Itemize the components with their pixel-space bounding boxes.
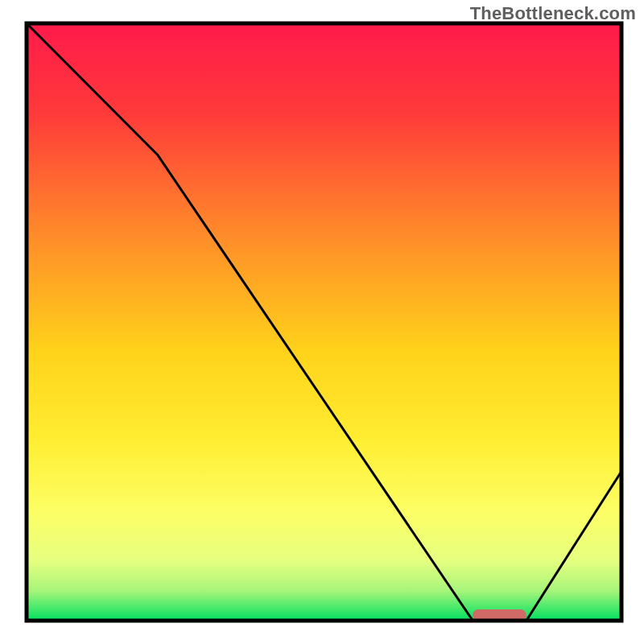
bottleneck-chart xyxy=(0,0,644,644)
chart-container: TheBottleneck.com xyxy=(0,0,644,644)
watermark-text: TheBottleneck.com xyxy=(470,3,636,24)
